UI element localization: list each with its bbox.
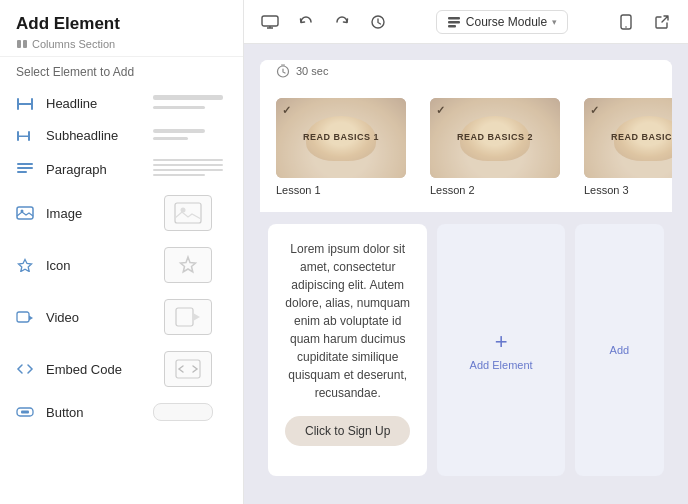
- button-label: Button: [46, 405, 136, 420]
- lessons-cards: ✓ READ BASICS 1 Lesson 1 ✓ READ: [260, 86, 672, 212]
- sidebar: Add Element Columns Section Select Eleme…: [0, 0, 244, 504]
- history-button[interactable]: [364, 8, 392, 36]
- lesson-thumb-2: ✓ READ BASICS 2: [430, 98, 560, 178]
- lesson-card-1: ✓ READ BASICS 1 Lesson 1: [276, 98, 406, 196]
- paragraph-icon: [16, 162, 34, 176]
- svg-rect-10: [17, 171, 27, 173]
- svg-rect-24: [448, 25, 456, 28]
- icon-icon: [16, 258, 34, 272]
- redo-button[interactable]: [328, 8, 356, 36]
- external-link-icon: [654, 14, 670, 30]
- element-list: Headline Subheadline: [0, 83, 243, 504]
- video-preview-box: [164, 299, 212, 335]
- add-element-plus-icon: +: [495, 329, 508, 355]
- image-preview: [148, 195, 227, 231]
- image-icon: [16, 206, 34, 220]
- desktop-icon: [261, 15, 279, 29]
- headline-preview: [148, 95, 227, 112]
- subheadline-label: Subheadline: [46, 128, 136, 143]
- lesson-title-3: READ BASICS 3: [611, 132, 672, 144]
- lesson-label-2: Lesson 2: [430, 184, 475, 196]
- paragraph-label: Paragraph: [46, 162, 136, 177]
- sidebar-item-video[interactable]: Video: [0, 291, 243, 343]
- breadcrumb-label: Columns Section: [32, 38, 115, 50]
- svg-rect-0: [17, 40, 21, 48]
- undo-button[interactable]: [292, 8, 320, 36]
- sidebar-item-image[interactable]: Image: [0, 187, 243, 239]
- sidebar-subtitle: Select Element to Add: [0, 57, 243, 83]
- video-label: Video: [46, 310, 136, 325]
- top-bar: Course Module ▾: [244, 0, 688, 44]
- lesson-label-3: Lesson 3: [584, 184, 629, 196]
- timer-bar: 30 sec: [260, 60, 672, 86]
- mobile-view-button[interactable]: [612, 8, 640, 36]
- lesson-overlay-3: ✓ READ BASICS 3: [584, 98, 672, 178]
- headline-icon: [16, 97, 34, 111]
- svg-rect-19: [21, 411, 29, 414]
- svg-rect-1: [23, 40, 27, 48]
- lesson-label-1: Lesson 1: [276, 184, 321, 196]
- svg-rect-4: [31, 98, 33, 110]
- content-text: Lorem ipsum dolor sit amet, consectetur …: [284, 240, 411, 402]
- headline-label: Headline: [46, 96, 136, 111]
- svg-point-14: [180, 208, 185, 213]
- embed-code-preview-box: [164, 351, 212, 387]
- icon-label: Icon: [46, 258, 136, 273]
- sidebar-item-button[interactable]: Button: [0, 395, 243, 429]
- star-preview-icon: [178, 255, 198, 275]
- module-selector[interactable]: Course Module ▾: [436, 10, 568, 34]
- external-link-button[interactable]: [648, 8, 676, 36]
- video-preview: [148, 299, 227, 335]
- main-area: Course Module ▾: [244, 0, 688, 504]
- lesson-overlay-1: ✓ READ BASICS 1: [276, 98, 406, 178]
- lesson-thumb-3: ✓ READ BASICS 3: [584, 98, 672, 178]
- video-icon: [16, 310, 34, 324]
- svg-rect-23: [448, 21, 460, 24]
- svg-rect-11: [17, 207, 33, 219]
- add-element-card-right[interactable]: Add: [575, 224, 664, 476]
- signup-button[interactable]: Click to Sign Up: [285, 416, 410, 446]
- svg-rect-6: [17, 135, 29, 137]
- video-preview-icon: [175, 307, 201, 327]
- svg-rect-20: [262, 16, 278, 26]
- subheadline-icon: [16, 129, 34, 143]
- sidebar-item-subheadline[interactable]: Subheadline: [0, 120, 243, 151]
- sidebar-title: Add Element: [16, 14, 227, 34]
- icon-preview: [148, 247, 227, 283]
- svg-rect-3: [17, 103, 33, 105]
- redo-icon: [334, 14, 350, 30]
- image-preview-icon: [174, 202, 202, 224]
- desktop-view-button[interactable]: [256, 8, 284, 36]
- add-element-label: Add Element: [470, 359, 533, 371]
- svg-rect-15: [17, 312, 29, 322]
- embed-code-icon: [16, 362, 34, 376]
- lesson-check-3: ✓: [590, 104, 599, 117]
- lesson-title-2: READ BASICS 2: [457, 132, 533, 144]
- sidebar-item-headline[interactable]: Headline: [0, 87, 243, 120]
- tablet-icon: [620, 14, 632, 30]
- svg-point-26: [625, 26, 627, 28]
- embed-code-preview: [148, 351, 227, 387]
- timer-value: 30 sec: [296, 65, 328, 77]
- lesson-overlay-2: ✓ READ BASICS 2: [430, 98, 560, 178]
- subheadline-preview: [148, 129, 227, 143]
- lesson-thumb-1: ✓ READ BASICS 1: [276, 98, 406, 178]
- sidebar-item-embed-code[interactable]: Embed Code: [0, 343, 243, 395]
- svg-rect-22: [448, 17, 460, 20]
- module-icon: [447, 16, 461, 28]
- icon-preview-box: [164, 247, 212, 283]
- svg-rect-7: [28, 131, 30, 141]
- add-element-card[interactable]: + Add Element: [437, 224, 564, 476]
- add-element-label-right: Add: [610, 344, 630, 356]
- canvas: 30 sec ✓ READ BASICS 1 Lesson 1: [244, 44, 688, 504]
- button-preview: [148, 403, 227, 421]
- sidebar-item-icon[interactable]: Icon: [0, 239, 243, 291]
- image-preview-box: [164, 195, 212, 231]
- lesson-card-2: ✓ READ BASICS 2 Lesson 2: [430, 98, 560, 196]
- columns-section-icon: [16, 38, 28, 50]
- sidebar-item-paragraph[interactable]: Paragraph: [0, 151, 243, 187]
- lesson-title-1: READ BASICS 1: [303, 132, 379, 144]
- undo-icon: [298, 14, 314, 30]
- content-section: Lorem ipsum dolor sit amet, consectetur …: [260, 212, 672, 488]
- sidebar-header: Add Element Columns Section: [0, 0, 243, 57]
